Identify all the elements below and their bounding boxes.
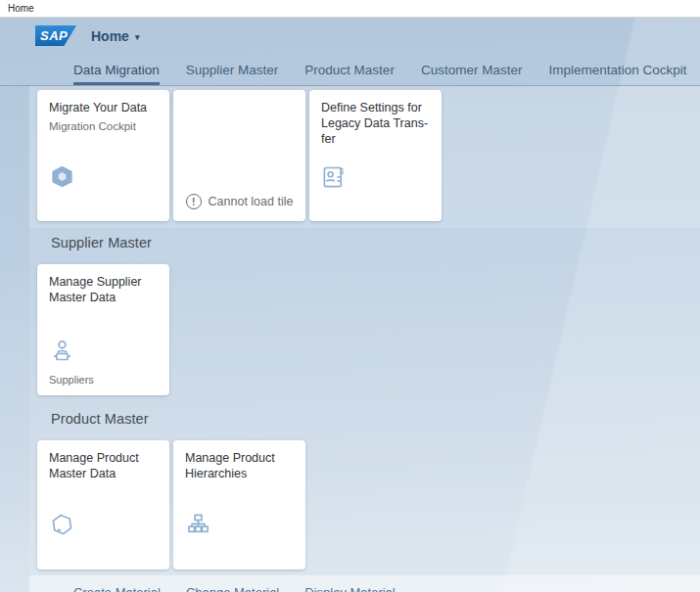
tile-footer-label: Suppliers [49, 374, 94, 386]
tile-title: Manage Product Hierarchies [185, 450, 294, 481]
tile-migrate-your-data[interactable]: Migrate Your Data Migration Cockpit [37, 90, 169, 221]
tile-title: Manage Product Master Data [49, 450, 158, 481]
window-titlebar: Home [0, 0, 700, 18]
home-menu-button[interactable]: Home ▾ [91, 18, 139, 55]
bottom-links-row: Create Material Change Material Display … [73, 585, 396, 592]
tile-title: Define Settings for Legacy Data Trans­fe… [321, 100, 430, 147]
sap-logo-text: SAP [40, 28, 68, 43]
sap-fiori-launchpad: Home SAP Home ▾ Data Migration Supplier … [0, 0, 700, 592]
tile-manage-product-master-data[interactable]: Manage Product Master Data [37, 440, 169, 569]
tab-label: Customer Master [421, 63, 523, 77]
tile-manage-product-hierarchies[interactable]: Manage Product Hierarchies [173, 440, 305, 569]
section-heading-product-master: Product Master [51, 411, 149, 427]
tab-data-migration[interactable]: Data Migration [73, 55, 160, 85]
tab-supplier-master[interactable]: Supplier Master [186, 55, 279, 85]
sap-logo[interactable]: SAP [35, 25, 76, 46]
group-anchor-bar: Data Migration Supplier Master Product M… [0, 55, 700, 86]
tab-label: Supplier Master [186, 63, 279, 77]
tile-subtitle: Migration Cockpit [49, 119, 158, 133]
section-heading-supplier-master: Supplier Master [51, 235, 152, 250]
link-create-material[interactable]: Create Material [73, 585, 161, 592]
tile-define-settings-legacy-data-transfer[interactable]: Define Settings for Legacy Data Trans­fe… [309, 90, 442, 221]
window-title: Home [8, 3, 34, 14]
tab-label: Data Migration [73, 63, 160, 77]
tile-title: Migrate Your Data [49, 100, 158, 115]
svg-text:$: $ [340, 166, 345, 176]
product-hexagon-icon [49, 512, 75, 538]
tab-implementation-cockpit[interactable]: Implementation Cockpit [548, 55, 686, 85]
tab-label: Implementation Cockpit [548, 63, 686, 77]
shell-header: SAP Home ▾ [0, 18, 700, 55]
person-card-icon: $ [321, 163, 348, 190]
tab-label: Product Master [304, 63, 395, 77]
exclamation-icon: ! [186, 194, 202, 209]
tile-load-error[interactable]: ! Cannot load tile [173, 90, 305, 221]
tile-error-message: ! Cannot load tile [173, 194, 305, 209]
tab-product-master[interactable]: Product Master [304, 55, 395, 85]
tab-customer-master[interactable]: Customer Master [421, 55, 523, 85]
tile-title: Manage Supplier Master Data [49, 274, 158, 305]
chevron-down-icon: ▾ [135, 32, 140, 42]
cube-icon [49, 163, 75, 190]
shell-title-text: Home [91, 28, 129, 44]
link-display-material[interactable]: Display Material [304, 585, 395, 592]
supplier-icon [49, 338, 75, 364]
tile-manage-supplier-master-data[interactable]: Manage Supplier Master Data Suppliers [37, 264, 169, 395]
link-change-material[interactable]: Change Material [186, 585, 279, 592]
hierarchy-icon [185, 512, 211, 538]
error-text: Cannot load tile [209, 195, 294, 208]
